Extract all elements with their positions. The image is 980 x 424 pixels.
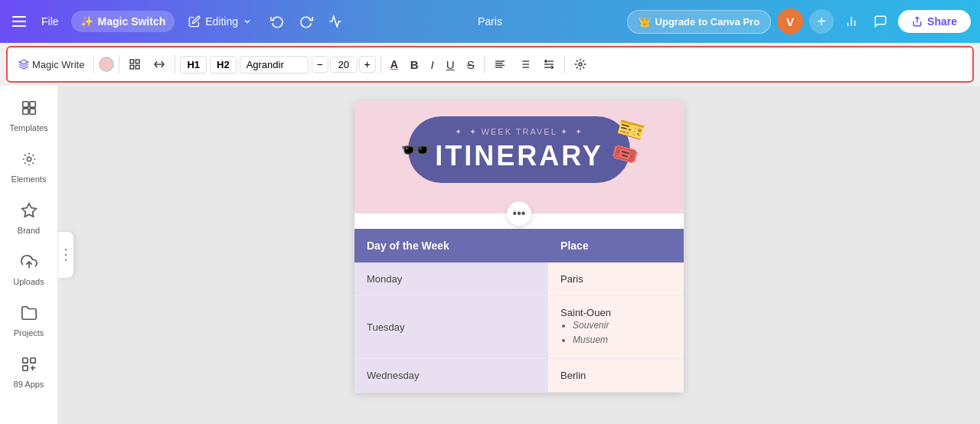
magic-switch-button[interactable]: ✨ Magic Switch: [71, 11, 175, 32]
left-panel-handle[interactable]: [58, 232, 74, 278]
document-title[interactable]: Paris: [469, 12, 511, 31]
topbar: File ✨ Magic Switch Editing Paris 👑 Upgr…: [0, 0, 980, 43]
star-right-icon: ✦: [575, 127, 583, 137]
dots-vertical-icon: [63, 247, 69, 263]
text-color-button[interactable]: A: [386, 55, 403, 73]
list-bullet-button[interactable]: [514, 55, 535, 73]
bold-button[interactable]: B: [406, 55, 423, 74]
redo-button[interactable]: [295, 10, 318, 33]
topbar-center: Paris: [469, 15, 511, 28]
divider-3: [175, 55, 175, 73]
font-size-decrease-button[interactable]: −: [312, 56, 328, 73]
column-width-icon: [153, 58, 165, 70]
heading2-button[interactable]: H2: [210, 56, 237, 73]
underline-button[interactable]: U: [442, 55, 459, 74]
cloud-save-button[interactable]: [324, 10, 347, 33]
magic-switch-emoji: ✨: [80, 15, 93, 28]
upgrade-button[interactable]: 👑 Upgrade to Canva Pro: [627, 10, 772, 34]
table-row: Tuesday Saint-Ouen Souvenir Musuem: [354, 296, 684, 359]
magic-write-icon: [18, 59, 29, 70]
line-spacing-button[interactable]: [538, 55, 560, 73]
grid-view-button[interactable]: [124, 55, 145, 73]
svg-rect-4: [130, 60, 134, 64]
place-cell-paris: Paris: [548, 263, 684, 296]
hamburger-menu-button[interactable]: [9, 13, 29, 30]
itinerary-table: Day of the Week Place Monday Paris Tuesd…: [354, 229, 684, 393]
templates-label: Templates: [9, 123, 47, 132]
font-family-input[interactable]: [240, 56, 309, 73]
sidebar-item-elements[interactable]: Elements: [2, 143, 56, 191]
magic-switch-label: Magic Switch: [98, 15, 166, 28]
share-button[interactable]: Share: [898, 10, 971, 33]
svg-point-35: [65, 249, 67, 251]
crown-icon: 👑: [639, 16, 651, 28]
uploads-label: Uploads: [13, 277, 44, 286]
topbar-left: File ✨ Magic Switch Editing: [9, 10, 621, 33]
line-spacing-icon: [543, 58, 555, 70]
analytics-button[interactable]: [840, 10, 863, 33]
bullet-museum: Musuem: [573, 333, 671, 347]
sidebar: Templates Elements Brand Uploads Project…: [0, 86, 58, 424]
divider-4: [381, 55, 381, 73]
heading1-button[interactable]: H1: [180, 56, 207, 73]
table-header-place: Place: [548, 229, 684, 263]
pencil-icon: [188, 15, 201, 28]
svg-point-22: [579, 63, 582, 66]
week-travel-text: ✦ ✦ WEEK TRAVEL ✦ ✦: [426, 127, 612, 137]
place-name-saint-ouen: Saint-Ouen: [560, 307, 611, 318]
italic-button[interactable]: I: [426, 55, 439, 74]
user-avatar-button[interactable]: V: [777, 8, 803, 34]
doc-header: 🕶️ ✦ ✦ WEEK TRAVEL ✦ ✦ ITINERARY 🎫🎟️ •••: [354, 101, 684, 214]
projects-icon: [21, 305, 38, 325]
align-left-icon: [494, 58, 506, 70]
day-cell-tuesday: Tuesday: [354, 296, 548, 359]
magic-write-button[interactable]: Magic Write: [14, 56, 89, 73]
sidebar-item-templates[interactable]: Templates: [2, 92, 56, 140]
table-header-row: Day of the Week Place: [354, 229, 684, 263]
main-layout: Templates Elements Brand Uploads Project…: [0, 86, 980, 424]
undo-button[interactable]: [266, 10, 289, 33]
more-text-options-button[interactable]: [570, 55, 591, 73]
day-cell-wednesday: Wednesday: [354, 359, 548, 393]
chevron-down-icon: [243, 17, 252, 26]
place-cell-sain-ouen: Saint-Ouen Souvenir Musuem: [548, 296, 684, 359]
svg-marker-28: [21, 204, 35, 217]
text-settings-icon: [574, 58, 586, 70]
canvas-area: 🕶️ ✦ ✦ WEEK TRAVEL ✦ ✦ ITINERARY 🎫🎟️ •••: [58, 86, 980, 424]
sidebar-item-apps[interactable]: 89 Apps: [2, 348, 56, 396]
sidebar-item-uploads[interactable]: Uploads: [2, 246, 56, 294]
place-bullets-tuesday: Souvenir Musuem: [573, 318, 671, 347]
svg-rect-6: [130, 65, 134, 69]
divider-2: [119, 55, 119, 73]
font-size-input[interactable]: [330, 57, 358, 73]
text-formatting-toolbar: Magic Write H1 H2 − + A B I U S: [6, 46, 974, 83]
sidebar-item-projects[interactable]: Projects: [2, 297, 56, 345]
add-collaborator-button[interactable]: +: [809, 9, 834, 34]
font-size-increase-button[interactable]: +: [359, 56, 376, 73]
file-menu-button[interactable]: File: [35, 12, 65, 31]
document-canvas: 🕶️ ✦ ✦ WEEK TRAVEL ✦ ✦ ITINERARY 🎫🎟️ •••: [354, 101, 684, 393]
brand-label: Brand: [18, 226, 40, 235]
editing-label: Editing: [205, 15, 238, 28]
column-width-button[interactable]: [149, 55, 170, 73]
header-banner: 🕶️ ✦ ✦ WEEK TRAVEL ✦ ✦ ITINERARY 🎫🎟️: [408, 116, 630, 183]
list-bullet-icon: [518, 58, 531, 70]
projects-label: Projects: [14, 328, 44, 338]
svg-rect-24: [29, 102, 34, 107]
strikethrough-button[interactable]: S: [462, 55, 479, 74]
svg-rect-26: [29, 109, 34, 114]
elements-icon: [21, 151, 38, 171]
align-left-button[interactable]: [489, 55, 511, 73]
more-options-button[interactable]: •••: [507, 201, 531, 226]
uploads-icon: [21, 253, 38, 274]
divider-6: [564, 55, 565, 73]
divider-1: [93, 55, 94, 73]
brand-icon: [21, 202, 38, 223]
svg-rect-31: [30, 358, 34, 363]
sidebar-item-brand[interactable]: Brand: [2, 194, 56, 243]
topbar-right: 👑 Upgrade to Canva Pro V + Share: [627, 8, 971, 34]
svg-rect-32: [22, 366, 27, 370]
comments-button[interactable]: [869, 10, 892, 33]
editing-dropdown-button[interactable]: Editing: [181, 11, 260, 32]
itinerary-title: ITINERARY: [426, 140, 612, 172]
